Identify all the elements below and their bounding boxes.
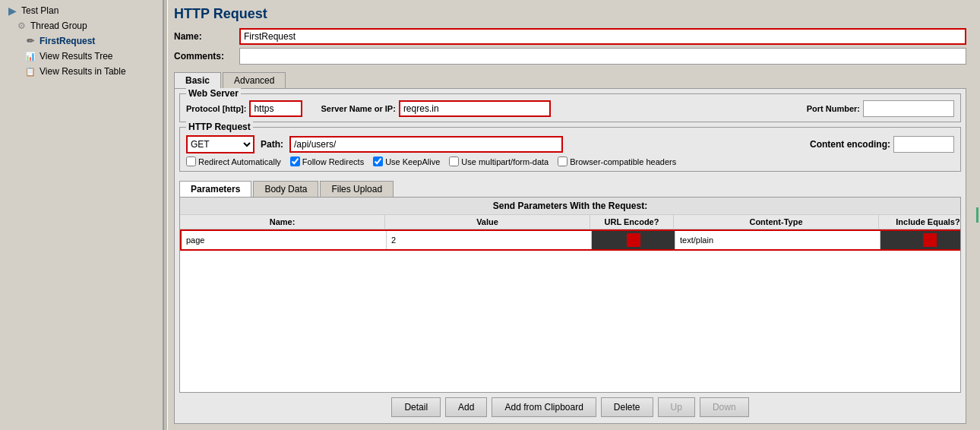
params-header: Name: Value URL Encode? Content-Type Inc… bbox=[180, 215, 960, 229]
main-panel: HTTP Request Name: Comments: Basic Advan… bbox=[168, 0, 972, 430]
http-request-section: HTTP Request GET POST PUT DELETE PATCH P… bbox=[179, 127, 961, 172]
detail-button[interactable]: Detail bbox=[391, 397, 441, 417]
triangle-icon: ▶ bbox=[6, 5, 18, 17]
right-edge bbox=[972, 0, 980, 430]
header-value: Value bbox=[385, 215, 590, 229]
protocol-label: Protocol [http]: bbox=[186, 104, 246, 113]
edge-indicator bbox=[976, 207, 978, 223]
browser-headers-checkbox[interactable]: Browser-compatible headers bbox=[558, 157, 676, 166]
content-panel: Web Server Protocol [http]: Server Name … bbox=[174, 88, 966, 424]
path-label: Path: bbox=[261, 139, 283, 150]
header-content-type: Content-Type bbox=[674, 215, 879, 229]
chart-icon: 📊 bbox=[24, 50, 36, 62]
sidebar-item-label: View Results Tree bbox=[40, 51, 113, 62]
sidebar-item-first-request[interactable]: ✏ FirstRequest bbox=[0, 33, 163, 49]
header-url-encode: URL Encode? bbox=[590, 215, 674, 229]
down-button[interactable]: Down bbox=[700, 397, 749, 417]
params-body: page 2 text/plain bbox=[180, 229, 960, 392]
sidebar-item-view-results-table[interactable]: 📋 View Results in Table bbox=[0, 64, 163, 79]
server-label: Server Name or IP: bbox=[321, 104, 395, 113]
sidebar-item-view-results-tree[interactable]: 📊 View Results Tree bbox=[0, 49, 163, 64]
redirect-auto-checkbox[interactable]: Redirect Automatically bbox=[186, 157, 281, 166]
path-input[interactable] bbox=[289, 136, 563, 153]
sidebar-item-test-plan[interactable]: ▶ Test Plan bbox=[0, 3, 163, 18]
cell-name: page bbox=[182, 231, 387, 249]
params-panel: Send Parameters With the Request: Name: … bbox=[179, 197, 961, 393]
params-title: Send Parameters With the Request: bbox=[180, 198, 960, 215]
add-button[interactable]: Add bbox=[445, 397, 487, 417]
follow-redirects-checkbox[interactable]: Follow Redirects bbox=[290, 157, 364, 166]
sidebar-item-label: Test Plan bbox=[21, 5, 58, 16]
header-include-equals: Include Equals? bbox=[879, 215, 961, 229]
add-clipboard-button[interactable]: Add from Clipboard bbox=[492, 397, 596, 417]
table-icon: 📋 bbox=[24, 65, 36, 77]
port-input[interactable] bbox=[863, 100, 954, 117]
cell-include-equals bbox=[880, 231, 960, 249]
method-select[interactable]: GET POST PUT DELETE PATCH bbox=[186, 135, 254, 153]
comments-input[interactable] bbox=[239, 48, 966, 65]
encoding-label: Content encoding: bbox=[810, 139, 890, 150]
name-label: Name: bbox=[174, 31, 235, 42]
sidebar: ▶ Test Plan ⚙ Thread Group ✏ FirstReques… bbox=[0, 0, 163, 430]
header-name: Name: bbox=[180, 215, 385, 229]
multipart-checkbox[interactable]: Use multipart/form-data bbox=[449, 157, 548, 166]
sub-tab-body-data[interactable]: Body Data bbox=[253, 181, 318, 197]
server-input[interactable] bbox=[399, 100, 551, 117]
follow-redirects-input[interactable] bbox=[290, 157, 300, 166]
sidebar-item-thread-group[interactable]: ⚙ Thread Group bbox=[0, 18, 163, 33]
comments-row: Comments: bbox=[174, 48, 966, 65]
page-title: HTTP Request bbox=[174, 6, 966, 22]
http-request-label: HTTP Request bbox=[186, 122, 253, 132]
web-server-label: Web Server bbox=[186, 88, 241, 99]
redirect-auto-input[interactable] bbox=[186, 157, 196, 166]
keepalive-checkbox[interactable]: Use KeepAlive bbox=[373, 157, 440, 166]
main-tabs: Basic Advanced bbox=[174, 72, 966, 88]
tab-basic[interactable]: Basic bbox=[174, 72, 221, 88]
keepalive-input[interactable] bbox=[373, 157, 383, 166]
browser-headers-input[interactable] bbox=[558, 157, 567, 166]
protocol-input[interactable] bbox=[249, 100, 302, 117]
name-row: Name: bbox=[174, 28, 966, 45]
checkboxes-row: Redirect Automatically Follow Redirects … bbox=[186, 157, 954, 166]
encoding-input[interactable] bbox=[893, 136, 954, 153]
sub-tab-parameters[interactable]: Parameters bbox=[179, 181, 251, 197]
sub-tabs: Parameters Body Data Files Upload bbox=[179, 181, 961, 197]
table-row[interactable]: page 2 text/plain bbox=[180, 229, 960, 251]
gear-icon: ⚙ bbox=[15, 20, 27, 32]
pencil-icon: ✏ bbox=[24, 35, 36, 47]
delete-button[interactable]: Delete bbox=[601, 397, 653, 417]
sub-tab-files-upload[interactable]: Files Upload bbox=[320, 181, 394, 197]
cell-content-type: text/plain bbox=[675, 231, 880, 249]
cell-value: 2 bbox=[387, 231, 592, 249]
name-input[interactable] bbox=[239, 28, 966, 45]
port-label: Port Number: bbox=[807, 104, 860, 113]
sidebar-item-label: FirstRequest bbox=[40, 36, 95, 46]
tab-advanced[interactable]: Advanced bbox=[223, 72, 286, 88]
web-server-section: Web Server Protocol [http]: Server Name … bbox=[179, 93, 961, 122]
sidebar-item-label: Thread Group bbox=[30, 21, 87, 31]
bottom-buttons: Detail Add Add from Clipboard Delete Up … bbox=[179, 393, 961, 419]
cell-url-encode bbox=[592, 231, 675, 249]
comments-label: Comments: bbox=[174, 51, 235, 62]
sidebar-item-label: View Results in Table bbox=[40, 66, 126, 77]
up-button[interactable]: Up bbox=[658, 397, 695, 417]
multipart-input[interactable] bbox=[449, 157, 459, 166]
